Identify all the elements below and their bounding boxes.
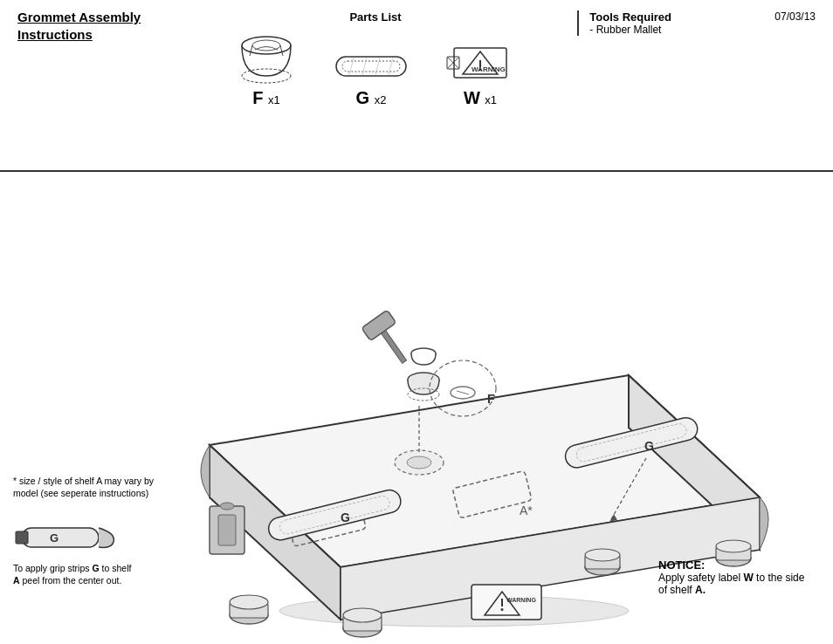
svg-point-24 xyxy=(230,595,268,609)
asterisk-note: * size / style of shelf A may vary by mo… xyxy=(13,475,179,500)
tools-title: Tools Required xyxy=(589,10,671,24)
svg-point-60 xyxy=(501,608,504,611)
svg-line-6 xyxy=(362,58,367,75)
date-text: 07/03/13 xyxy=(774,10,816,23)
svg-rect-63 xyxy=(218,515,236,545)
part-F-label: F x1 xyxy=(252,88,280,108)
svg-rect-41 xyxy=(380,328,407,363)
svg-text:G: G xyxy=(341,510,350,524)
svg-text:WARNING: WARNING xyxy=(472,65,506,73)
page-title: Grommet Assembly Instructions xyxy=(17,9,175,43)
part-W-label: W x1 xyxy=(464,88,497,108)
svg-line-5 xyxy=(349,58,354,75)
notice-block: NOTICE: Apply safety label W to the side… xyxy=(658,558,811,596)
section-divider xyxy=(0,170,833,172)
svg-text:G: G xyxy=(644,439,654,453)
svg-point-33 xyxy=(585,549,620,561)
svg-rect-4 xyxy=(342,61,400,72)
svg-rect-65 xyxy=(22,528,99,547)
part-G-label: G x2 xyxy=(356,88,387,108)
part-G: G x2 xyxy=(332,50,410,108)
svg-text:WARNING: WARNING xyxy=(506,597,536,603)
svg-point-30 xyxy=(716,540,751,552)
svg-line-7 xyxy=(375,58,380,75)
notice-title: NOTICE: xyxy=(658,558,811,572)
strip-icon xyxy=(332,50,410,85)
g-strip-note: To apply grip strips G to shelfA peel fr… xyxy=(13,562,131,587)
svg-point-13 xyxy=(479,69,481,71)
part-W: WARNING W x1 xyxy=(445,41,515,108)
svg-text:F: F xyxy=(487,392,495,406)
g-strip-section: G To apply grip strips G to shelfA peel … xyxy=(13,517,131,587)
parts-section: Parts List F x1 xyxy=(210,10,541,108)
svg-text:G: G xyxy=(50,531,59,545)
notice-text: Apply safety label W to the side of shel… xyxy=(658,572,811,596)
svg-point-0 xyxy=(242,37,291,54)
svg-text:A*: A* xyxy=(520,504,533,517)
svg-line-45 xyxy=(457,391,469,394)
title-block: Grommet Assembly Instructions xyxy=(17,9,175,43)
svg-rect-67 xyxy=(16,531,28,544)
g-strip-small-icon: G xyxy=(13,517,127,557)
tools-block: Tools Required - Rubber Mallet xyxy=(577,10,671,36)
parts-row: F x1 G x2 WARNING xyxy=(210,28,541,108)
svg-point-37 xyxy=(407,456,431,469)
svg-rect-3 xyxy=(336,57,406,76)
grommet-icon xyxy=(236,28,297,85)
svg-point-27 xyxy=(343,608,382,622)
warning-icon: WARNING xyxy=(445,41,515,85)
svg-point-64 xyxy=(220,503,234,510)
svg-rect-42 xyxy=(361,310,396,340)
part-F: F x1 xyxy=(236,28,297,108)
svg-line-8 xyxy=(389,58,393,75)
parts-list-label: Parts List xyxy=(210,10,541,24)
tools-item: - Rubber Mallet xyxy=(589,24,671,36)
